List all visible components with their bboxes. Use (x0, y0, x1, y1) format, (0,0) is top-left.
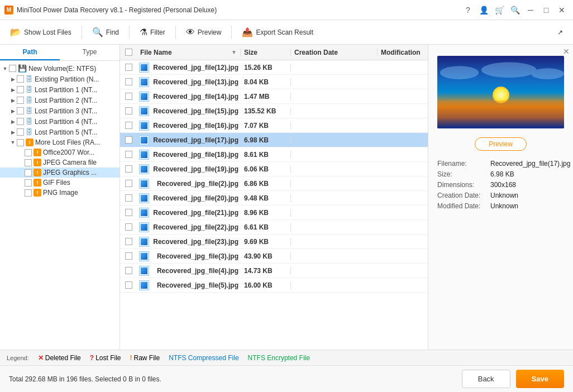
tab-type[interactable]: Type (60, 45, 120, 60)
legend-deleted-label: Deleted File (45, 354, 81, 362)
tree-item-jpeg-camera[interactable]: ! JPEG Camera file (0, 157, 120, 168)
tree-item-lost-3[interactable]: ▶ 🗄 Lost Partition 3 (NT... (0, 106, 120, 116)
file-row[interactable]: Recovered_jpg_file(3).jpg 43.90 KB (120, 249, 428, 264)
checkbox-more-lost[interactable] (17, 139, 24, 146)
save-button[interactable]: Save (516, 370, 564, 388)
show-lost-files-button[interactable]: 📂 Show Lost Files (4, 25, 77, 40)
row-check-9[interactable] (120, 194, 137, 202)
row-check-2[interactable] (120, 93, 137, 100)
row-check-13[interactable] (120, 252, 137, 260)
tree-item-lost-4[interactable]: ▶ 🗄 Lost Partition 4 (NT... (0, 116, 120, 127)
search-button[interactable]: 🔍 (508, 3, 522, 17)
row-check-1[interactable] (120, 78, 137, 85)
row-check-11[interactable] (120, 223, 137, 231)
find-button[interactable]: 🔍 Find (87, 25, 125, 40)
checkbox-jpeg-gfx[interactable] (25, 169, 32, 176)
row-size-1: 8.04 KB (241, 78, 291, 86)
separator-2 (129, 26, 130, 39)
header-creation-date[interactable]: Creation Date (291, 49, 378, 56)
checkbox-gif[interactable] (25, 179, 32, 187)
file-row[interactable]: Recovered_jpg_file(16).jpg 7.07 KB (120, 118, 428, 133)
tree-item-png[interactable]: ! PNG Image (0, 188, 120, 198)
row-check-5[interactable] (120, 136, 137, 144)
expand-icon-jpeg-gfx (17, 169, 25, 176)
preview-modified-label: Modified Date: (437, 202, 490, 210)
checkbox-lost-2[interactable] (17, 97, 24, 104)
close-button[interactable]: ✕ (555, 3, 569, 17)
row-check-4[interactable] (120, 122, 137, 129)
ntfs-c-label: NTFS Compressed File (169, 354, 238, 362)
row-check-0[interactable] (120, 64, 137, 71)
help-button[interactable]: ? (461, 3, 475, 17)
file-row[interactable]: Recovered_jpg_file(19).jpg 6.06 KB (120, 162, 428, 176)
tab-bar: Path Type (0, 45, 120, 61)
tree-item-lost-2[interactable]: ▶ 🗄 Lost Partition 2 (NT... (0, 95, 120, 106)
preview-modified-row: Modified Date: Unknown (437, 202, 564, 210)
checkbox-png[interactable] (25, 189, 32, 197)
file-row[interactable]: Recovered_jpg_file(21).jpg 8.96 KB (120, 205, 428, 220)
checkbox-office[interactable] (25, 149, 32, 156)
file-row[interactable]: Recovered_jpg_file(13).jpg 8.04 KB (120, 75, 428, 89)
row-check-6[interactable] (120, 151, 137, 158)
expand-icon-lost-3: ▶ (9, 107, 17, 115)
tree-item-lost-1[interactable]: ▶ 🗄 Lost Partition 1 (NT... (0, 84, 120, 95)
file-row[interactable]: Recovered_jpg_file(22).jpg 6.61 KB (120, 220, 428, 235)
tree-item-gif[interactable]: ! GIF Files (0, 178, 120, 188)
preview-filename-row: Filename: Recovered_jpg_file(17).jpg (437, 160, 564, 168)
file-row[interactable]: Recovered_jpg_file(12).jpg 15.26 KB (120, 60, 428, 75)
row-check-15[interactable] (120, 281, 137, 289)
file-thumb-3 (139, 106, 149, 116)
row-check-3[interactable] (120, 107, 137, 114)
file-row[interactable]: Recovered_jpg_file(2).jpg 6.86 KB (120, 176, 428, 191)
tab-path[interactable]: Path (0, 45, 60, 60)
file-row[interactable]: Recovered_jpg_file(17).jpg 6.98 KB (120, 133, 428, 147)
tree-item-jpeg-graphics[interactable]: ! JPEG Graphics ... (0, 168, 120, 178)
header-modification[interactable]: Modification (378, 49, 428, 56)
file-row[interactable]: Recovered_jpg_file(5).jpg 16.00 KB (120, 278, 428, 293)
minimize-button[interactable]: ─ (524, 3, 537, 17)
tree-item-more-lost[interactable]: ▼ ! More Lost Files (RA... (0, 137, 120, 147)
file-row[interactable]: Recovered_jpg_file(18).jpg 8.61 KB (120, 147, 428, 162)
header-filename[interactable]: File Name ▼ (137, 49, 241, 56)
preview-size-label: Size: (437, 170, 490, 178)
checkbox-lost-5[interactable] (17, 128, 24, 136)
file-row[interactable]: Recovered_jpg_file(4).jpg 14.73 KB (120, 264, 428, 278)
row-check-7[interactable] (120, 165, 137, 173)
export-scan-button[interactable]: 📤 Export Scan Result (236, 25, 319, 40)
tree-item-office2007[interactable]: ! Office2007 Wor... (0, 147, 120, 157)
checkbox-jpeg-cam[interactable] (25, 159, 32, 166)
checkbox-new-volume[interactable] (9, 65, 16, 72)
row-check-14[interactable] (120, 267, 137, 274)
preview-close-button[interactable]: ✕ (563, 47, 570, 56)
back-button[interactable]: Back (462, 370, 510, 388)
file-row[interactable]: Recovered_jpg_file(14).jpg 1.47 MB (120, 89, 428, 104)
checkbox-lost-3[interactable] (17, 107, 24, 114)
select-all-checkbox[interactable] (125, 49, 132, 56)
legend-raw-label: Raw File (134, 354, 160, 362)
checkbox-lost-4[interactable] (17, 118, 24, 125)
file-row[interactable]: Recovered_jpg_file(20).jpg 9.48 KB (120, 191, 428, 205)
row-size-15: 16.00 KB (241, 281, 291, 289)
header-size[interactable]: Size (241, 49, 291, 56)
checkbox-existing[interactable] (17, 75, 24, 83)
file-row[interactable]: Recovered_jpg_file(15).jpg 135.52 KB (120, 104, 428, 118)
preview-button[interactable]: Preview (475, 137, 527, 151)
row-name-9: Recovered_jpg_file(20).jpg (137, 193, 241, 203)
header-check[interactable] (120, 49, 137, 56)
tree-item-existing-partition[interactable]: ▶ 🗄 Existing Partition (N... (0, 74, 120, 84)
gif-icon: ! (34, 179, 41, 187)
cart-button[interactable]: 🛒 (493, 3, 506, 17)
share-button[interactable]: ↗ (552, 26, 569, 39)
account-button[interactable]: 👤 (477, 3, 490, 17)
file-row[interactable]: Recovered_jpg_file(23).jpg 9.69 KB (120, 235, 428, 249)
checkbox-lost-1[interactable] (17, 86, 24, 93)
row-check-8[interactable] (120, 180, 137, 187)
maximize-button[interactable]: □ (539, 3, 553, 17)
svg-point-1 (481, 62, 537, 78)
tree-item-new-volume[interactable]: ▼ 💾 New Volume(E: NTFS) (0, 63, 120, 74)
row-check-10[interactable] (120, 209, 137, 216)
filter-button[interactable]: ⚗ Filter (134, 25, 171, 40)
tree-item-lost-5[interactable]: ▶ 🗄 Lost Partition 5 (NT... (0, 127, 120, 137)
preview-toolbar-button[interactable]: 👁 Preview (180, 25, 227, 40)
row-check-12[interactable] (120, 238, 137, 245)
